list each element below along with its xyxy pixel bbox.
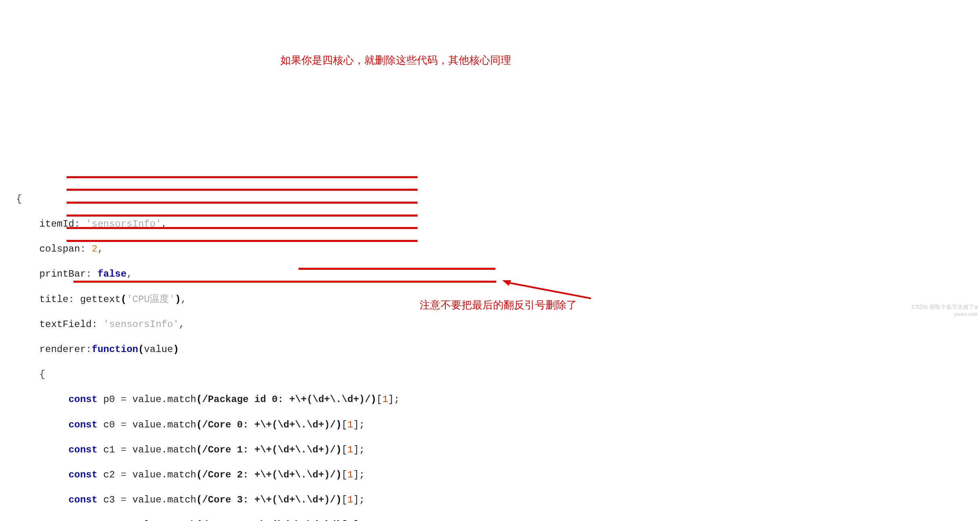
code-line: colspan: 2, bbox=[16, 243, 980, 255]
regex-c1: /Core 1: +\+(\d+\.\d+)/ bbox=[202, 444, 336, 455]
call-match: value.match bbox=[132, 469, 196, 480]
regex-c4: /Core 4: +\+(\d+\.\d+)/ bbox=[202, 519, 336, 521]
prop-printbar: printBar bbox=[40, 269, 86, 279]
code-line: const c0 = value.match(/Core 0: +\+(\d+\… bbox=[16, 419, 980, 431]
index-1: 1 bbox=[347, 444, 353, 455]
regex-c0: /Core 0: +\+(\d+\.\d+)/ bbox=[202, 419, 336, 430]
var-c0: c0 bbox=[103, 419, 115, 430]
brace-open: { bbox=[16, 194, 22, 204]
var-c4: c4 bbox=[103, 519, 115, 521]
keyword-const: const bbox=[69, 494, 98, 505]
code-line: printBar: false, bbox=[16, 268, 980, 280]
prop-renderer: renderer bbox=[40, 344, 86, 355]
var-p0: p0 bbox=[103, 394, 115, 405]
strikethrough-line bbox=[67, 202, 418, 204]
var-c1: c1 bbox=[103, 444, 115, 455]
prop-textfield: textField bbox=[40, 319, 92, 330]
index-1: 1 bbox=[347, 519, 353, 521]
code-line: const c2 = value.match(/Core 2: +\+(\d+\… bbox=[16, 469, 980, 481]
var-c3: c3 bbox=[103, 494, 115, 505]
keyword-const: const bbox=[69, 394, 98, 405]
svg-line-0 bbox=[506, 282, 591, 298]
strikethrough-line bbox=[67, 227, 418, 229]
keyword-function: function bbox=[92, 344, 138, 355]
call-match: value.match bbox=[132, 394, 196, 405]
code-line: textField: 'sensorsInfo', bbox=[16, 318, 980, 331]
annotation-delete-cores: 如果你是四核心，就删除这些代码，其他核心同理 bbox=[280, 54, 511, 67]
code-line-deleted: const c4 = value.match(/Core 4: +\+(\d+\… bbox=[16, 519, 980, 521]
prop-title: title bbox=[40, 294, 69, 305]
annotation-keep-backtick: 注意不要把最后的翻反引号删除了 bbox=[420, 298, 577, 312]
brace-open-func: { bbox=[40, 369, 45, 380]
regex-c2: /Core 2: +\+(\d+\.\d+)/ bbox=[202, 469, 336, 480]
code-line: const c3 = value.match(/Core 3: +\+(\d+\… bbox=[16, 494, 980, 506]
watermark-csdn: CSDN @取个名字太难了a bbox=[911, 303, 978, 311]
call-gettext: gettext bbox=[80, 294, 121, 305]
code-line: renderer:function(value) bbox=[16, 343, 980, 356]
strikethrough-line bbox=[67, 215, 418, 217]
call-match: value.match bbox=[132, 419, 196, 430]
regex-c3: /Core 3: +\+(\d+\.\d+)/ bbox=[202, 494, 336, 505]
call-match: value.match bbox=[132, 519, 196, 521]
value-sensorsinfo2: 'sensorsInfo' bbox=[103, 319, 179, 330]
code-block: { itemId: 'sensorsInfo', colspan: 2, pri… bbox=[0, 0, 980, 521]
arg-cputemp: 'CPU温度' bbox=[127, 294, 175, 305]
value-2: 2 bbox=[92, 244, 97, 254]
strikethrough-line bbox=[73, 281, 496, 283]
code-line: const c1 = value.match(/Core 1: +\+(\d+\… bbox=[16, 444, 980, 456]
keyword-const: const bbox=[69, 519, 98, 521]
index-1: 1 bbox=[347, 419, 353, 430]
index-1: 1 bbox=[347, 469, 353, 480]
keyword-const: const bbox=[69, 419, 98, 430]
keyword-const: const bbox=[69, 444, 98, 455]
regex-p0: /Package id 0: +\+(\d+\.\d+)/ bbox=[202, 394, 371, 405]
code-line: { bbox=[16, 368, 980, 381]
svg-marker-1 bbox=[502, 280, 511, 286]
value-false: false bbox=[98, 269, 127, 279]
index-1: 1 bbox=[347, 494, 353, 505]
watermark-site: yuucn.com bbox=[954, 311, 978, 318]
strikethrough-line bbox=[67, 176, 418, 178]
code-line: const p0 = value.match(/Package id 0: +\… bbox=[16, 393, 980, 406]
var-c2: c2 bbox=[103, 469, 115, 480]
prop-colspan: colspan bbox=[40, 244, 80, 254]
strikethrough-line bbox=[67, 240, 418, 242]
call-match: value.match bbox=[132, 494, 196, 505]
strikethrough-line bbox=[299, 268, 495, 270]
strikethrough-line bbox=[67, 189, 418, 191]
index-1: 1 bbox=[382, 394, 388, 405]
call-match: value.match bbox=[132, 444, 196, 455]
arg-value: value bbox=[144, 344, 173, 355]
keyword-const: const bbox=[69, 469, 98, 480]
arrow-icon bbox=[502, 280, 591, 300]
